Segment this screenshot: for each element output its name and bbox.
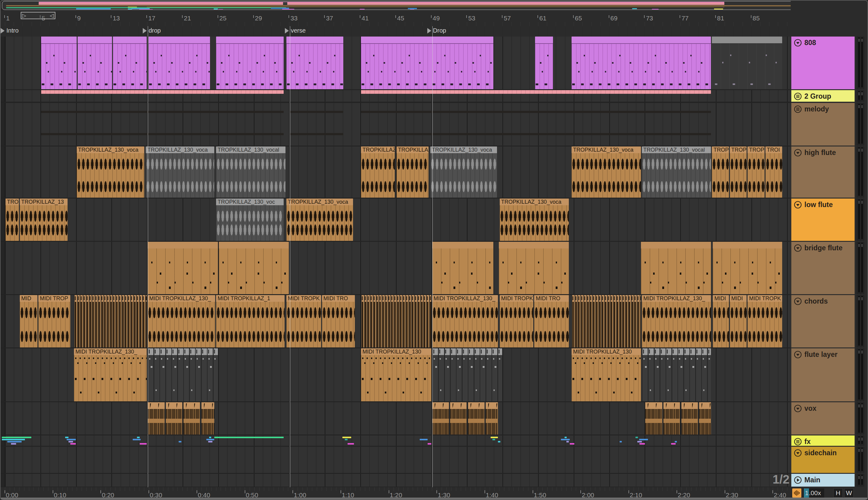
clip-midi-tropkillaz-130-[interactable]: MIDI TROPKILLAZ_130_ [642,295,711,348]
clip-midi[interactable]: MIDI [713,295,729,348]
fx-clip-dash[interactable] [140,443,147,445]
clip-midi-tropk[interactable]: MIDI TROPK [286,295,321,348]
clip-tropkillaz-130-vocal[interactable]: TROPKILLAZ_130_vocal [642,147,711,197]
melody-collapsed-clip[interactable] [41,133,283,135]
clip[interactable] [699,402,711,434]
clip[interactable] [148,348,218,401]
fx-clip-dash[interactable] [671,443,676,445]
clip[interactable] [149,36,210,89]
clip-tropkillaz-130-voca[interactable]: TROPKILLAZ_130_voca [146,147,214,197]
playback-speed-field[interactable]: 1.00x [803,488,824,498]
fx-clip-dash[interactable] [11,443,16,445]
track-header-highflute[interactable]: high flute [791,147,855,197]
clip-mid[interactable]: MID [20,295,37,348]
clip-tropkillaz-130-voc[interactable]: TROPKILLAZ_130_voc [216,198,283,241]
fx-clip-dash[interactable] [420,439,428,440]
clip[interactable] [41,90,283,94]
melody-collapsed-clip[interactable] [361,133,711,135]
fx-clip-dash[interactable] [2,439,25,440]
clip[interactable] [712,36,782,89]
fx-clip-dash[interactable] [137,437,140,438]
clip-midi-tropkillaz-130[interactable]: MIDI TROPKILLAZ_130 [361,348,431,401]
track-header-fx[interactable]: fx [791,435,855,446]
clip[interactable] [713,242,782,294]
fx-clip-dash[interactable] [565,437,567,438]
clip-midi-tro[interactable]: MIDI TRO [534,295,569,348]
clip-midi-tro[interactable]: MIDI TRO [322,295,355,348]
fold-track-icon[interactable] [794,39,802,47]
fx-clip-dash[interactable] [345,439,348,440]
track-lane-sidechain[interactable] [0,447,791,473]
fold-track-icon[interactable] [794,201,802,209]
fx-clip-dash[interactable] [70,443,76,445]
clip[interactable] [535,36,553,89]
fx-clip-dash[interactable] [179,441,182,442]
clip-midi-tropkillaz-130-[interactable]: MIDI TROPKILLAZ_130_ [432,295,498,348]
fx-clip-dash[interactable] [7,441,22,442]
clip[interactable] [41,36,77,89]
clip[interactable] [645,402,662,434]
group-menu-icon[interactable] [794,92,802,101]
track-header-lowflute[interactable]: low flute [791,198,855,241]
clip[interactable] [361,90,711,94]
melody-collapsed-clip[interactable] [290,133,343,135]
width-zoom-button[interactable]: W [844,488,854,498]
group-menu-icon[interactable] [794,438,802,446]
fx-clip-dash[interactable] [566,441,569,442]
fx-clip-dash[interactable] [214,437,283,438]
fx-clip-dash[interactable] [133,439,141,440]
height-zoom-button[interactable]: H [833,488,843,498]
track-lane-melody[interactable] [0,103,791,146]
fold-track-icon[interactable] [794,149,802,157]
fx-clip-dash[interactable] [637,441,642,442]
clip[interactable] [450,402,466,434]
fx-clip-dash[interactable] [498,441,501,442]
clip[interactable] [499,242,569,294]
play-icon[interactable] [794,476,802,484]
clip[interactable] [432,402,449,434]
locator-verse[interactable]: verse [285,27,305,34]
track-lane-bridgeflute[interactable] [0,242,791,294]
clip-tropkillaz-130-voca[interactable]: TROPKILLAZ_130_voca [396,147,429,197]
locator-drop[interactable]: Drop [427,27,446,34]
track-lane-flutelayer[interactable]: MIDI TROPKILLAZ_130_MIDI TROPKILLAZ_130M… [0,348,791,401]
fx-clip-dash[interactable] [639,443,645,445]
clip[interactable] [166,402,182,434]
clip-tropkillaz-130-voca[interactable]: TROPKILLAZ_130_voca [571,147,641,197]
melody-collapsed-clip[interactable] [361,111,711,113]
fx-clip-dash[interactable] [208,441,213,442]
fx-clip-dash[interactable] [343,437,351,438]
fx-clip-dash[interactable] [675,441,677,442]
clip[interactable] [148,242,218,294]
clip[interactable] [219,242,289,294]
clip-tropkillaz-130-voca[interactable]: TROPKILLAZ_130_voca [286,198,353,241]
fx-clip-dash[interactable] [428,443,431,445]
fx-clip-dash[interactable] [570,443,574,445]
clip[interactable] [641,242,711,294]
clip[interactable] [663,402,680,434]
clip-trop[interactable]: TROP [730,147,747,197]
melody-collapsed-clip[interactable] [290,111,343,113]
track-lane-group2[interactable] [0,90,791,102]
fx-clip-dash[interactable] [493,439,495,440]
fx-clip-dash[interactable] [69,441,73,442]
fx-clip-dash[interactable] [348,443,354,445]
fx-clip-dash[interactable] [2,437,31,438]
melody-collapsed-clip[interactable] [41,111,283,113]
track-header-808[interactable]: 808 [791,36,855,89]
clip[interactable] [681,402,698,434]
fold-track-icon[interactable] [794,297,802,305]
fold-track-icon[interactable] [794,351,802,359]
clip[interactable] [468,402,485,434]
audio-engine-button[interactable] [792,488,801,498]
track-lane-fx[interactable] [0,435,791,446]
clip[interactable] [361,36,493,89]
clip-troi[interactable]: TROI [765,147,782,197]
fx-clip-dash[interactable] [620,441,622,442]
track-header-bridgeflute[interactable]: bridge flute [791,242,855,294]
clip[interactable] [286,36,343,89]
group-menu-icon[interactable] [794,105,802,113]
clip[interactable] [148,402,164,434]
clip-midi-trop[interactable]: MIDI TROP [38,295,70,348]
track-lane-main[interactable] [0,474,791,487]
